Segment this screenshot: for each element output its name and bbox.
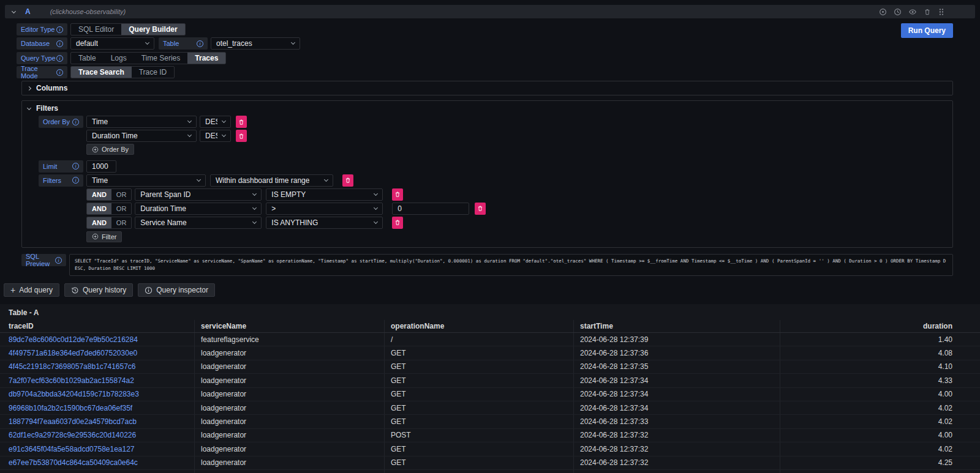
filters-collapse[interactable]: Filters bbox=[22, 101, 952, 116]
order-by-field-select[interactable]: Duration Time bbox=[86, 130, 197, 142]
trace-id-link[interactable]: 96968b10fa2b2c1590bc67dea06ef35f bbox=[9, 404, 132, 412]
filter-field-select[interactable]: Time bbox=[86, 174, 206, 187]
column-header-starttime[interactable]: startTime bbox=[573, 320, 780, 332]
duration-cell: 4.33 bbox=[780, 374, 980, 387]
remove-filter-button[interactable] bbox=[342, 174, 353, 187]
caret-down-icon bbox=[222, 119, 226, 123]
add-filter-button[interactable]: Filter bbox=[86, 231, 122, 242]
record-icon[interactable] bbox=[879, 8, 887, 16]
remove-filter-button[interactable] bbox=[392, 217, 403, 229]
trace-mode-option-trace-id[interactable]: Trace ID bbox=[132, 67, 175, 78]
filters-section: Filters Order By Time DESC bbox=[21, 100, 953, 248]
drag-handle-icon[interactable] bbox=[938, 8, 944, 16]
or-option[interactable]: OR bbox=[111, 217, 132, 228]
add-order-by-button[interactable]: Order By bbox=[86, 144, 134, 155]
service-name-cell: loadgenerator bbox=[194, 388, 384, 401]
plus-circle-icon bbox=[92, 233, 99, 240]
trace-id-link[interactable]: db9704a2bbda34204d159c71b78283e3 bbox=[9, 390, 139, 398]
column-header-servicename[interactable]: serviceName bbox=[194, 320, 384, 332]
operation-name-cell: GET bbox=[384, 415, 573, 428]
query-editor-section: A (clickhouse-observability) Run Query E… bbox=[5, 5, 975, 276]
database-select[interactable]: default bbox=[70, 37, 154, 50]
query-type-option-table[interactable]: Table bbox=[71, 53, 104, 64]
columns-collapse[interactable]: Columns bbox=[21, 81, 953, 95]
trace-id-link[interactable]: 7a2f07ecf63c60b1029ab2ac155874a2 bbox=[9, 376, 134, 385]
table-body: 89dc7e8c6060c0d12de7e9b50c216284 feature… bbox=[0, 333, 980, 473]
run-query-button[interactable]: Run Query bbox=[901, 23, 953, 38]
order-by-direction-select[interactable]: DESC bbox=[200, 130, 231, 142]
order-by-direction-select[interactable]: DESC bbox=[200, 116, 231, 128]
info-icon[interactable] bbox=[72, 177, 79, 184]
clock-icon[interactable] bbox=[894, 8, 902, 16]
limit-row: Limit bbox=[22, 160, 952, 173]
caret-down-icon bbox=[187, 119, 192, 123]
info-icon[interactable] bbox=[197, 40, 203, 47]
filter-operator-select[interactable]: IS ANYTHING bbox=[266, 217, 383, 229]
bool-operator-toggle: AND OR bbox=[86, 203, 132, 215]
operation-name-cell: GET bbox=[384, 346, 573, 359]
and-option[interactable]: AND bbox=[87, 189, 111, 200]
filter-field-select[interactable]: Parent Span ID bbox=[135, 188, 262, 201]
trace-mode-option-trace-search[interactable]: Trace Search bbox=[71, 67, 132, 78]
column-header-operationname[interactable]: operationName bbox=[384, 320, 573, 332]
trace-id-link[interactable]: 62df1ec9a29728c9e29536c20d140226 bbox=[9, 431, 136, 439]
service-name-cell: loadgenerator bbox=[194, 415, 384, 428]
info-icon[interactable] bbox=[56, 55, 63, 62]
order-by-field-select[interactable]: Time bbox=[86, 116, 197, 128]
query-history-button[interactable]: Query history bbox=[64, 283, 133, 297]
info-icon[interactable] bbox=[72, 119, 79, 125]
start-time-cell: 2024-06-28 12:37:36 bbox=[573, 346, 780, 359]
start-time-cell: 2024-06-28 12:37:39 bbox=[573, 333, 780, 346]
remove-filter-button[interactable] bbox=[475, 203, 486, 215]
or-option[interactable]: OR bbox=[111, 203, 132, 214]
remove-order-by-button[interactable] bbox=[236, 130, 247, 142]
trace-mode-label: Trace Mode bbox=[17, 66, 67, 78]
query-inspector-button[interactable]: Query inspector bbox=[138, 283, 215, 297]
filter-field-select[interactable]: Service Name bbox=[135, 217, 262, 229]
add-query-button[interactable]: Add query bbox=[4, 283, 59, 297]
operation-name-cell: GET bbox=[384, 401, 573, 414]
trace-mode-toggle: Trace Search Trace ID bbox=[70, 66, 175, 78]
column-header-traceid[interactable]: traceID bbox=[0, 320, 194, 332]
editor-type-option-query-builder[interactable]: Query Builder bbox=[121, 24, 184, 35]
trace-id-link[interactable]: 1887794f7eaa6037d0e2a4579bcd7acb bbox=[9, 417, 137, 426]
editor-type-option-sql-editor[interactable]: SQL Editor bbox=[71, 24, 121, 35]
editor-type-label: Editor Type bbox=[17, 23, 67, 35]
query-row-header[interactable]: A (clickhouse-observability) bbox=[5, 5, 975, 18]
caret-down-icon bbox=[145, 40, 149, 45]
info-icon[interactable] bbox=[72, 163, 79, 169]
query-type-option-traces[interactable]: Traces bbox=[187, 53, 225, 64]
trace-id-link[interactable]: e91c3645f04fa5e58adcd0758e1ea127 bbox=[9, 445, 135, 453]
filter-operator-select[interactable]: > bbox=[266, 203, 383, 215]
info-icon[interactable] bbox=[55, 257, 62, 264]
trace-id-link[interactable]: 4f497571a618e364ed7ded60752030e0 bbox=[9, 349, 137, 357]
query-type-option-logs[interactable]: Logs bbox=[104, 53, 134, 64]
info-icon[interactable] bbox=[56, 40, 63, 47]
info-icon[interactable] bbox=[56, 26, 63, 33]
remove-order-by-button[interactable] bbox=[236, 116, 247, 128]
query-type-option-time-series[interactable]: Time Series bbox=[134, 53, 188, 64]
or-option[interactable]: OR bbox=[111, 189, 132, 200]
operation-name-cell: GET bbox=[384, 374, 573, 387]
order-by-label: Order By bbox=[39, 116, 83, 128]
column-header-duration[interactable]: duration bbox=[780, 320, 980, 332]
trace-id-link[interactable]: 89dc7e8c6060c0d12de7e9b50c216284 bbox=[9, 335, 138, 344]
remove-filter-button[interactable] bbox=[392, 188, 403, 201]
info-icon[interactable] bbox=[56, 69, 63, 76]
chevron-down-icon[interactable] bbox=[12, 9, 16, 13]
filter-value-input[interactable] bbox=[392, 203, 469, 215]
duration-cell: 4.02 bbox=[780, 401, 980, 414]
filter-field-select[interactable]: Duration Time bbox=[135, 203, 262, 215]
filter-operator-select[interactable]: IS EMPTY bbox=[266, 188, 383, 201]
trace-id-link[interactable]: e67ee7b53870d4c864ca50409ca0e64c bbox=[9, 458, 138, 467]
trace-id-link[interactable]: 4f45c21918c73698057a8b1c741657c6 bbox=[9, 362, 136, 371]
trash-icon[interactable] bbox=[924, 8, 931, 16]
start-time-cell: 2024-06-28 12:37:32 bbox=[573, 429, 780, 442]
table-row: 4f45c21918c73698057a8b1c741657c6 loadgen… bbox=[0, 360, 980, 374]
and-option[interactable]: AND bbox=[87, 217, 111, 228]
filter-operator-select[interactable]: Within dashboard time range bbox=[210, 174, 333, 187]
limit-input[interactable] bbox=[86, 160, 116, 173]
eye-icon[interactable] bbox=[908, 8, 917, 16]
table-select[interactable]: otel_traces bbox=[211, 37, 300, 50]
and-option[interactable]: AND bbox=[87, 203, 111, 214]
